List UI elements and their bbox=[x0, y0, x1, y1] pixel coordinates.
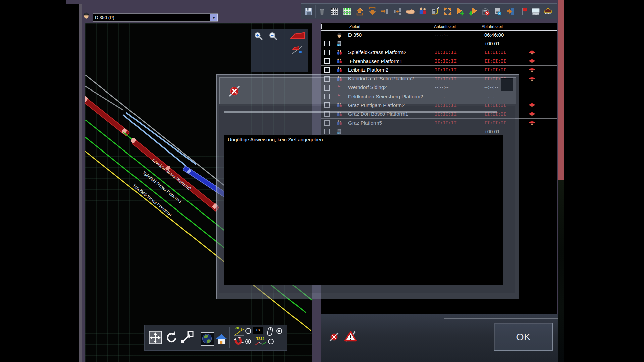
table-row[interactable]: +00:01 bbox=[321, 39, 557, 48]
refuel-icon[interactable] bbox=[430, 7, 440, 16]
train-on-track-icon[interactable] bbox=[291, 45, 304, 55]
zoom-level-value: 18 bbox=[253, 327, 263, 334]
cell-ankunft bbox=[435, 39, 478, 48]
delete-icon[interactable] bbox=[317, 7, 327, 16]
column-header-abfahrtszeit[interactable]: Abfahrtszeit bbox=[480, 23, 525, 30]
insert-before-icon[interactable] bbox=[393, 7, 402, 16]
zoom-out-icon[interactable] bbox=[269, 32, 278, 41]
schedule-icon bbox=[336, 40, 343, 47]
column-header-ankunftszeit[interactable]: Ankunftszeit bbox=[432, 23, 481, 30]
cell-zielort: Spielfeld-Strass Platform2 bbox=[348, 48, 433, 57]
train-selector-value: D 350 (P) bbox=[93, 15, 210, 20]
passengers-icon bbox=[336, 66, 343, 73]
schedule-properties-icon[interactable] bbox=[493, 7, 503, 16]
move-down-icon[interactable] bbox=[368, 7, 377, 16]
cell-ankunft: II:II:II bbox=[435, 48, 478, 57]
warning-icon[interactable] bbox=[344, 330, 357, 343]
pointing-hand-icon[interactable] bbox=[405, 7, 415, 16]
conductor-hat-icon bbox=[528, 101, 536, 109]
passengers-icon[interactable] bbox=[418, 7, 427, 16]
center-arrows-icon[interactable] bbox=[443, 7, 452, 16]
ts-label: TS14 bbox=[256, 337, 264, 341]
passengers-icon bbox=[336, 49, 343, 56]
ts-zigzag-icon bbox=[255, 341, 267, 346]
insert-after-icon[interactable] bbox=[380, 7, 389, 16]
table-row[interactable]: D 350 --:--:-- 06:46:00 bbox=[321, 30, 557, 39]
platform-display-icon[interactable] bbox=[531, 7, 540, 16]
enter-depot-icon[interactable] bbox=[506, 7, 515, 16]
flag-stop-icon[interactable] bbox=[519, 7, 528, 16]
map-toolbar: 30 18 TS14 bbox=[144, 325, 287, 351]
save-icon[interactable] bbox=[304, 7, 313, 16]
panel-edge-line bbox=[263, 313, 444, 313]
gradient-radio[interactable] bbox=[245, 328, 251, 334]
cell-abfahrt: II:II:II bbox=[480, 48, 527, 57]
cell-abfahrt: II:II:II bbox=[480, 65, 527, 74]
move-up-icon[interactable] bbox=[355, 7, 364, 16]
row-checkbox[interactable] bbox=[324, 67, 330, 73]
side-strip bbox=[558, 0, 564, 180]
driver-icon bbox=[336, 31, 343, 38]
ok-button[interactable]: OK bbox=[494, 323, 553, 351]
mouse-radio[interactable] bbox=[276, 328, 282, 334]
cell-zielort: D 350 bbox=[348, 30, 433, 39]
train-shape-icon[interactable] bbox=[290, 32, 305, 40]
error-dialog: Ungültige Anweisung, kein Ziel angegeben… bbox=[216, 74, 519, 299]
add-backward-icon[interactable] bbox=[468, 7, 478, 16]
toolbar-separator bbox=[315, 5, 316, 18]
dialog-divider bbox=[224, 111, 497, 113]
pan-mode-icon[interactable] bbox=[149, 331, 162, 344]
globe-icon-frame[interactable] bbox=[201, 332, 214, 346]
chevron-down-icon[interactable]: ▼ bbox=[210, 14, 218, 21]
order-toolbar bbox=[301, 3, 557, 19]
table-row[interactable]: Ehrenhausen Platform1 II:II:II II:II:II bbox=[321, 57, 557, 66]
dialog-message-box: Ungültige Anweisung, kein Ziel angegeben… bbox=[224, 135, 503, 285]
window-left-edge bbox=[79, 4, 82, 362]
toolbar-separator bbox=[229, 327, 230, 348]
cell-abfahrt: +00:01 bbox=[480, 39, 527, 48]
rotate-icon[interactable] bbox=[165, 330, 177, 344]
cell-zielort: Ehrenhausen Platform1 bbox=[348, 57, 433, 65]
gradient-value-label: 30 bbox=[235, 326, 239, 330]
home-icon[interactable] bbox=[216, 334, 227, 344]
cell-abfahrt: II:II:II bbox=[480, 57, 527, 65]
cell-ankunft: II:II:II bbox=[435, 57, 478, 65]
cell-ankunft: --:--:-- bbox=[435, 30, 478, 39]
mouse-icon bbox=[266, 326, 274, 336]
cancel-route-icon bbox=[228, 84, 241, 98]
window-top-edge bbox=[66, 0, 82, 4]
table-row[interactable]: Spielfeld-Strass Platform2 II:II:II II:I… bbox=[321, 48, 557, 57]
row-checkbox[interactable] bbox=[324, 50, 330, 55]
zoom-in-icon[interactable] bbox=[254, 32, 263, 41]
table-row[interactable]: Leibnitz Platform2 II:II:II II:II:II bbox=[321, 65, 557, 74]
passengers-icon bbox=[336, 58, 343, 65]
toolbar-separator bbox=[198, 327, 198, 348]
magnet-icon[interactable] bbox=[231, 335, 246, 348]
add-forward-icon[interactable] bbox=[455, 7, 465, 16]
track-route-light-blue-2 bbox=[126, 112, 197, 165]
ts-radio[interactable] bbox=[268, 339, 274, 344]
grid-active-icon[interactable] bbox=[342, 7, 352, 16]
dialog-scrollbar-thumb[interactable] bbox=[501, 78, 513, 91]
remove-train-icon[interactable] bbox=[481, 7, 490, 16]
map-zoom-panel bbox=[251, 29, 308, 72]
conductor-hat-icon bbox=[528, 119, 536, 126]
depot-icon[interactable] bbox=[543, 7, 553, 16]
conductor-hat-icon bbox=[528, 49, 536, 56]
globe-icon bbox=[202, 333, 212, 344]
conductor-hat-icon bbox=[528, 75, 536, 82]
train-selector[interactable]: D 350 (P) ▼ bbox=[93, 13, 218, 22]
side-strip-lower bbox=[558, 180, 564, 362]
dialog-message: Ungültige Anweisung, kein Ziel angegeben… bbox=[224, 135, 503, 144]
dialog-title-bar bbox=[219, 77, 516, 104]
cell-ankunft: II:II:II bbox=[435, 65, 478, 74]
column-header-zielort[interactable]: Zielort bbox=[347, 23, 433, 30]
row-checkbox[interactable] bbox=[324, 41, 330, 46]
conductor-hat-icon bbox=[528, 57, 536, 65]
row-checkbox[interactable] bbox=[324, 58, 330, 64]
jump-icon[interactable] bbox=[180, 331, 194, 344]
cancel-route-icon[interactable] bbox=[329, 331, 339, 343]
grid-icon[interactable] bbox=[330, 7, 339, 16]
magnet-radio[interactable] bbox=[245, 339, 251, 344]
cell-zielort: Leibnitz Platform2 bbox=[348, 65, 433, 74]
